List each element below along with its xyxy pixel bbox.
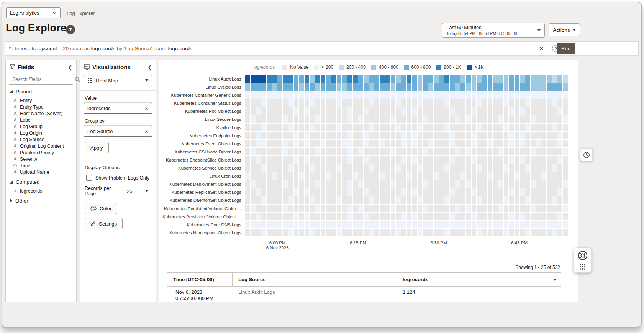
heatmap-cell[interactable] xyxy=(444,91,449,99)
heatmap-cell[interactable] xyxy=(315,180,320,188)
heatmap-cell[interactable] xyxy=(520,180,524,188)
heatmap-cell[interactable] xyxy=(450,156,454,164)
heatmap-cell[interactable] xyxy=(557,196,562,204)
heatmap-cell[interactable] xyxy=(347,188,352,196)
heatmap-cell[interactable] xyxy=(423,148,428,156)
heatmap-cell[interactable] xyxy=(294,205,298,213)
help-fab-button[interactable] xyxy=(574,247,592,273)
heatmap-cell[interactable] xyxy=(547,124,551,132)
heatmap-cell[interactable] xyxy=(434,196,438,204)
heatmap-cell[interactable] xyxy=(267,221,271,229)
heatmap-cell[interactable] xyxy=(504,229,508,237)
heatmap-cell[interactable] xyxy=(310,75,315,83)
heatmap-cell[interactable] xyxy=(515,75,519,83)
heatmap-cell[interactable] xyxy=(380,164,384,172)
heatmap-cell[interactable] xyxy=(396,172,401,180)
heatmap-cell[interactable] xyxy=(477,140,482,148)
heatmap-cell[interactable] xyxy=(407,221,411,229)
heatmap-cell[interactable] xyxy=(498,75,503,83)
heatmap-cell[interactable] xyxy=(563,188,568,196)
heatmap-cell[interactable] xyxy=(536,164,541,172)
heatmap-cell[interactable] xyxy=(563,115,568,123)
heatmap-cell[interactable] xyxy=(407,83,411,91)
heatmap-cell[interactable] xyxy=(498,164,503,172)
heatmap-cell[interactable] xyxy=(321,205,325,213)
heatmap-cell[interactable] xyxy=(460,140,465,148)
heatmap-cell[interactable] xyxy=(536,132,541,140)
heatmap-cell[interactable] xyxy=(434,221,438,229)
heatmap-cell[interactable] xyxy=(547,188,551,196)
heatmap-cell[interactable] xyxy=(525,148,530,156)
heatmap-cell[interactable] xyxy=(488,213,492,221)
heatmap-cell[interactable] xyxy=(353,229,357,237)
heatmap-cell[interactable] xyxy=(557,213,562,221)
heatmap-cell[interactable] xyxy=(401,148,406,156)
heatmap-cell[interactable] xyxy=(423,213,428,221)
heatmap-cell[interactable] xyxy=(418,83,422,91)
heatmap-cell[interactable] xyxy=(326,140,331,148)
heatmap-cell[interactable] xyxy=(326,75,331,83)
heatmap-cell[interactable] xyxy=(283,124,287,132)
heatmap-cell[interactable] xyxy=(315,164,320,172)
heatmap-cell[interactable] xyxy=(294,188,298,196)
heatmap-cell[interactable] xyxy=(277,75,282,83)
heatmap-cell[interactable] xyxy=(563,148,568,156)
heatmap-cell[interactable] xyxy=(423,115,428,123)
heatmap-cell[interactable] xyxy=(552,148,557,156)
groupby-input[interactable]: Log Source ✕ xyxy=(84,126,152,137)
heatmap-cell[interactable] xyxy=(536,83,541,91)
heatmap-cell[interactable] xyxy=(272,196,277,204)
heatmap-cell[interactable] xyxy=(434,115,438,123)
heatmap-cell[interactable] xyxy=(347,164,352,172)
heatmap-cell[interactable] xyxy=(261,164,266,172)
heatmap-cell[interactable] xyxy=(434,91,438,99)
heatmap-cell[interactable] xyxy=(531,188,535,196)
heatmap-cell[interactable] xyxy=(358,124,363,132)
heatmap-cell[interactable] xyxy=(531,124,535,132)
heatmap-cell[interactable] xyxy=(412,75,417,83)
heatmap-cell[interactable] xyxy=(498,107,503,115)
heatmap-cell[interactable] xyxy=(251,99,255,107)
heatmap-cell[interactable] xyxy=(342,99,347,107)
heatmap-cell[interactable] xyxy=(342,148,347,156)
heatmap-cell[interactable] xyxy=(288,132,293,140)
heatmap-cell[interactable] xyxy=(531,148,535,156)
heatmap-cell[interactable] xyxy=(455,196,460,204)
heatmap-cell[interactable] xyxy=(493,156,498,164)
field-item[interactable]: AOriginal Log Content xyxy=(10,143,76,149)
heatmap-cell[interactable] xyxy=(444,115,449,123)
heatmap-cell[interactable] xyxy=(283,75,287,83)
heatmap-cell[interactable] xyxy=(331,124,336,132)
heatmap-cell[interactable] xyxy=(428,140,433,148)
heatmap-cell[interactable] xyxy=(423,132,428,140)
heatmap-cell[interactable] xyxy=(520,213,524,221)
heatmap-cell[interactable] xyxy=(342,107,347,115)
heatmap-cell[interactable] xyxy=(444,213,449,221)
heatmap-cell[interactable] xyxy=(472,205,476,213)
heatmap-cell[interactable] xyxy=(288,221,293,229)
heatmap-cell[interactable] xyxy=(277,188,282,196)
heatmap-cell[interactable] xyxy=(391,124,395,132)
heatmap-cell[interactable] xyxy=(364,164,368,172)
field-item[interactable]: AUpload Name xyxy=(10,169,76,175)
heatmap-cell[interactable] xyxy=(472,140,476,148)
heatmap-cell[interactable] xyxy=(391,107,395,115)
heatmap-cell[interactable] xyxy=(256,148,261,156)
heatmap-cell[interactable] xyxy=(261,148,266,156)
heatmap-cell[interactable] xyxy=(385,115,390,123)
heatmap-cell[interactable] xyxy=(272,156,277,164)
heatmap-cell[interactable] xyxy=(418,172,422,180)
heatmap-cell[interactable] xyxy=(261,188,266,196)
heatmap-cell[interactable] xyxy=(321,83,325,91)
heatmap-cell[interactable] xyxy=(460,156,465,164)
heatmap-cell[interactable] xyxy=(374,213,379,221)
heatmap-cell[interactable] xyxy=(385,205,390,213)
heatmap-cell[interactable] xyxy=(288,140,293,148)
heatmap-cell[interactable] xyxy=(541,148,546,156)
heatmap-cell[interactable] xyxy=(261,83,266,91)
heatmap-cell[interactable] xyxy=(472,83,476,91)
heatmap-cell[interactable] xyxy=(315,83,320,91)
heatmap-cell[interactable] xyxy=(294,124,298,132)
heatmap-cell[interactable] xyxy=(466,132,470,140)
heatmap-cell[interactable] xyxy=(347,99,352,107)
